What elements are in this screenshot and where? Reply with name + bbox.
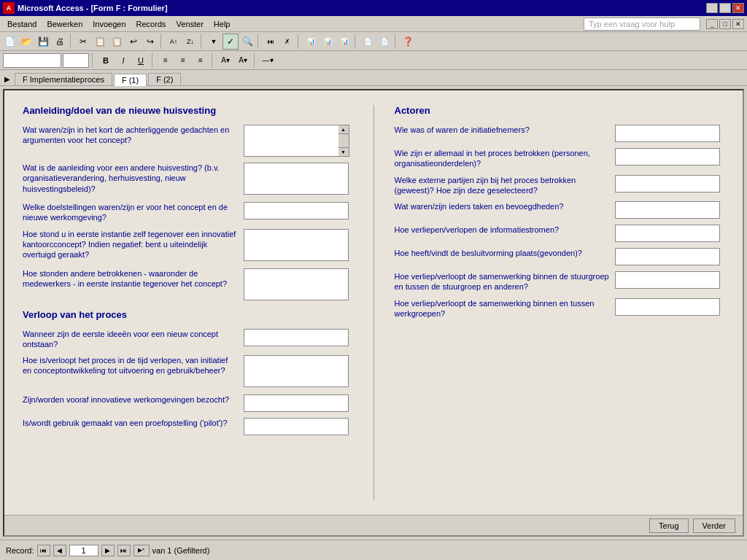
menu-bewerken[interactable]: Bewerken — [42, 18, 87, 30]
app-close-btn[interactable]: ✕ — [732, 19, 744, 29]
terug-button[interactable]: Terug — [649, 518, 689, 533]
copy-btn[interactable]: 📋 — [92, 34, 108, 50]
apply-filter-btn[interactable]: ✓ — [222, 34, 239, 50]
toolbar-1: 📄 📂 💾 🖨 ✂ 📋 📋 ↩ ↪ A↑ Z↓ ▼ ✓ 🔍 ⏭ ✗ 📊 📊 📊 … — [0, 32, 747, 51]
r6-input[interactable] — [615, 248, 720, 265]
align-center-btn[interactable]: ≡ — [175, 52, 191, 69]
chart-btn2[interactable]: 📊 — [320, 34, 336, 50]
r7-input[interactable] — [615, 271, 720, 289]
menu-records[interactable]: Records — [132, 18, 171, 30]
right-question-row-2: Wie zijn er allemaal in het proces betro… — [395, 148, 725, 169]
scroll-up-icon[interactable]: ▲ — [338, 125, 349, 134]
align-right-btn[interactable]: ≡ — [193, 52, 209, 69]
q1-text: Wat waren/zijn in het kort de achterligg… — [23, 125, 229, 144]
close-button[interactable]: ✕ — [732, 3, 744, 13]
cut-btn[interactable]: ✂ — [75, 34, 91, 50]
q6-text: Wanneer zijn de eerste ideeën voor een n… — [23, 330, 218, 349]
r3-text: Welke externe partijen zijn bij het proc… — [395, 176, 576, 195]
scroll-down-icon[interactable]: ▼ — [338, 147, 349, 156]
menu-bestand[interactable]: Bestand — [3, 18, 41, 30]
underline-btn[interactable]: U — [133, 52, 149, 69]
menu-invoegen[interactable]: Invoegen — [88, 18, 130, 30]
toolbar-2: B I U ≡ ≡ ≡ A▾ A▾ —▾ — [0, 51, 747, 70]
tab-f2[interactable]: F (2) — [148, 73, 181, 85]
app-minimize-btn[interactable]: _ — [706, 19, 718, 29]
column-divider — [374, 105, 374, 500]
right-question-row-4: Wat waren/zijn ieders taken en bevoegdhe… — [395, 201, 725, 219]
font-color-btn[interactable]: A▾ — [235, 52, 251, 69]
minimize-button[interactable]: _ — [706, 3, 718, 13]
bold-btn[interactable]: B — [98, 52, 114, 69]
question-row-1: Wat waren/zijn in het kort de achterligg… — [23, 125, 353, 157]
r2-input[interactable] — [615, 148, 720, 166]
verder-button[interactable]: Verder — [693, 518, 735, 533]
undo-btn[interactable]: ↩ — [125, 34, 142, 50]
italic-btn[interactable]: I — [115, 52, 131, 69]
question-row-5: Hoe stonden andere betrokkenen - waarond… — [23, 268, 353, 302]
q7-input[interactable] — [244, 355, 349, 387]
line-btn[interactable]: —▾ — [260, 52, 276, 69]
right-question-row-7: Hoe verliep/verloopt de samenwerking bin… — [395, 271, 725, 292]
tab-implementatieproces[interactable]: F Implementatieproces — [15, 73, 112, 85]
q7-text: Hoe is/verloopt het proces in de tijd ve… — [23, 356, 228, 375]
r4-input[interactable] — [615, 201, 720, 219]
find-btn[interactable]: 🔍 — [239, 34, 255, 50]
page-btn2[interactable]: 📄 — [376, 34, 392, 50]
window-controls[interactable]: _ □ ✕ — [706, 3, 744, 13]
align-left-btn[interactable]: ≡ — [158, 52, 174, 69]
right-column: Actoren Wie was of waren de initiatiefne… — [395, 105, 725, 500]
question-row-3: Welke doelstellingen waren/zijn er voor … — [23, 202, 353, 223]
record-number-input[interactable] — [69, 545, 98, 556]
sort-asc-btn[interactable]: A↑ — [166, 34, 182, 50]
q6-input[interactable] — [244, 329, 349, 346]
left-section2-title: Verloop van het proces — [23, 309, 353, 320]
question-row-2: Wat is de aanleiding voor een andere hui… — [23, 163, 353, 196]
q4-input[interactable] — [244, 229, 349, 261]
right-section-title: Actoren — [395, 105, 725, 116]
filter-btn[interactable]: ▼ — [206, 34, 222, 50]
form-window: Aanleiding/doel van de nieuwe huisvestin… — [3, 89, 744, 537]
record-prev-btn[interactable]: ◀ — [53, 545, 66, 556]
font-selector[interactable] — [3, 53, 61, 68]
r5-input[interactable] — [615, 225, 720, 242]
r3-input[interactable] — [615, 175, 720, 192]
menu-help[interactable]: Help — [209, 18, 235, 30]
paste-btn[interactable]: 📋 — [109, 34, 125, 50]
chart-btn3[interactable]: 📊 — [336, 34, 352, 50]
q3-input[interactable] — [244, 202, 349, 219]
page-btn1[interactable]: 📄 — [360, 34, 376, 50]
q2-input[interactable] — [244, 163, 349, 195]
new-record-btn[interactable]: ⏭ — [263, 34, 279, 50]
chart-btn1[interactable]: 📊 — [303, 34, 319, 50]
tab-f1[interactable]: F (1) — [114, 74, 147, 86]
record-next-btn[interactable]: ▶ — [101, 545, 115, 556]
record-last-btn[interactable]: ⏭ — [117, 545, 131, 556]
tabs-bar: ▶ F Implementatieproces F (1) F (2) — [0, 70, 747, 86]
r5-text: Hoe verliepen/verlopen de informatiestro… — [395, 225, 560, 234]
menu-venster[interactable]: Venster — [172, 18, 208, 30]
sort-desc-btn[interactable]: Z↓ — [182, 34, 198, 50]
help-input[interactable]: Typ een vraag voor hulp — [584, 18, 700, 31]
record-new-btn[interactable]: ▶* — [133, 545, 150, 556]
q8-input[interactable] — [244, 394, 349, 412]
help-btn[interactable]: ❓ — [400, 34, 416, 50]
redo-btn[interactable]: ↪ — [142, 34, 158, 50]
new-btn[interactable]: 📄 — [1, 34, 18, 50]
print-btn[interactable]: 🖨 — [52, 34, 68, 50]
open-btn[interactable]: 📂 — [18, 34, 34, 50]
restore-button[interactable]: □ — [719, 3, 731, 13]
fill-color-btn[interactable]: A▾ — [217, 52, 233, 69]
r8-input[interactable] — [615, 298, 720, 316]
q5-input[interactable] — [244, 268, 349, 300]
q1-input[interactable] — [244, 125, 338, 157]
font-size-selector[interactable] — [63, 53, 89, 68]
q3-text: Welke doelstellingen waren/zijn er voor … — [23, 203, 228, 222]
right-question-row-8: Hoe verliep/verloopt de samenwerking bin… — [395, 298, 725, 319]
question-row-8: Zijn/worden vooraf innovatieve werkomgev… — [23, 394, 353, 412]
r1-input[interactable] — [615, 125, 720, 142]
save-btn[interactable]: 💾 — [35, 34, 51, 50]
q9-input[interactable] — [244, 418, 349, 435]
del-record-btn[interactable]: ✗ — [279, 34, 295, 50]
record-first-btn[interactable]: ⏮ — [37, 545, 50, 556]
app-restore-btn[interactable]: □ — [719, 19, 731, 29]
